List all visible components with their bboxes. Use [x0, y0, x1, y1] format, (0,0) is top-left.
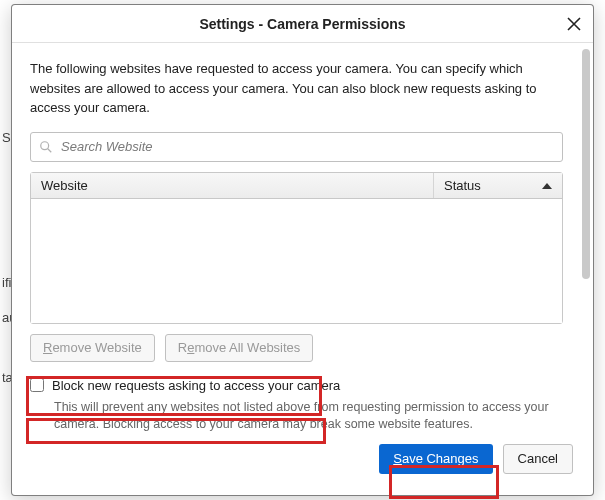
settings-dialog: Settings - Camera Permissions The follow… — [11, 4, 594, 496]
save-changes-button[interactable]: Save Changes — [379, 444, 492, 474]
description-text: The following websites have requested to… — [30, 59, 563, 118]
remove-buttons-row: Remove Website Remove All Websites — [30, 334, 575, 362]
search-container — [30, 132, 563, 162]
block-requests-hint: This will prevent any websites not liste… — [54, 399, 563, 434]
table-header: Website Status — [31, 173, 562, 199]
permissions-table: Website Status — [30, 172, 563, 324]
svg-point-0 — [41, 141, 49, 149]
block-requests-label[interactable]: Block new requests asking to access your… — [52, 378, 340, 393]
column-status[interactable]: Status — [434, 173, 562, 198]
svg-line-1 — [48, 148, 52, 152]
block-requests-row: Block new requests asking to access your… — [30, 378, 575, 393]
dialog-footer: Save Changes Cancel — [30, 444, 575, 474]
table-body-empty — [31, 199, 562, 323]
scrollbar-thumb[interactable] — [582, 49, 590, 279]
dialog-body: The following websites have requested to… — [12, 43, 593, 495]
dialog-titlebar: Settings - Camera Permissions — [12, 5, 593, 43]
block-requests-checkbox[interactable] — [30, 378, 44, 392]
search-input[interactable] — [30, 132, 563, 162]
remove-all-websites-button[interactable]: Remove All Websites — [165, 334, 314, 362]
search-icon — [39, 140, 53, 154]
column-website[interactable]: Website — [31, 173, 434, 198]
dialog-title: Settings - Camera Permissions — [199, 16, 405, 32]
cancel-button[interactable]: Cancel — [503, 444, 573, 474]
sort-indicator-icon — [542, 183, 552, 189]
close-button[interactable] — [563, 13, 585, 35]
close-icon — [567, 17, 581, 31]
remove-website-button[interactable]: Remove Website — [30, 334, 155, 362]
